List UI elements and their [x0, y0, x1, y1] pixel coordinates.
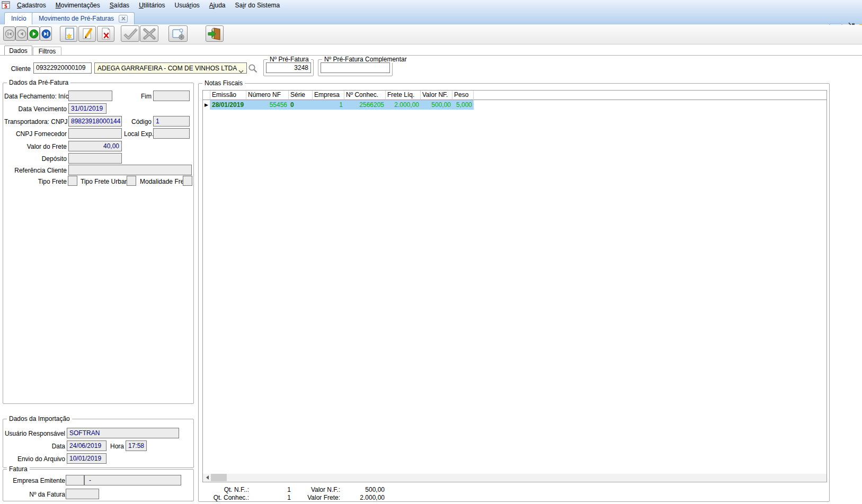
indicator-column-header: [203, 91, 210, 100]
column-header-numero-nf[interactable]: Número NF: [246, 91, 289, 100]
application-window: $ Cadastros Movimentações Saídas Utilitá…: [0, 0, 862, 504]
close-icon[interactable]: [119, 15, 128, 23]
tab-dados-label: Dados: [9, 47, 28, 55]
column-header-frete-liq[interactable]: Frete Líq.: [386, 91, 421, 100]
data-fechamento-fim-field[interactable]: [153, 91, 190, 101]
empresa-emitente-codigo-field[interactable]: [66, 475, 84, 485]
tipo-frete-urbano-field[interactable]: [127, 176, 136, 186]
numero-fatura-label: Nº da Fatura: [4, 491, 65, 498]
report-scroll-icon: [171, 27, 185, 41]
transportadora-cnpj-label: Transportadora: CNPJ: [4, 118, 67, 125]
fatura-title: Fatura: [7, 465, 30, 473]
tab-movimento-pre-faturas[interactable]: Movimento de Pré-Faturas: [32, 12, 135, 24]
cliente-combo[interactable]: ADEGA GARRAFEIRA - COM DE VINHOS LTDA: [94, 62, 247, 74]
tab-movimento-label: Movimento de Pré-Faturas: [39, 15, 114, 22]
nav-first-icon: [5, 29, 14, 39]
dados-pre-fatura-groupbox: Dados da Pré-Fatura Data Fechamento: Iní…: [3, 83, 194, 404]
pre-fatura-complementar-groupbox: Nº Pré-Fatura Complementar: [318, 59, 393, 76]
new-button[interactable]: [60, 26, 77, 42]
nav-next-button[interactable]: [28, 26, 40, 41]
nav-prior-button[interactable]: [15, 26, 28, 41]
codigo-field[interactable]: 1: [153, 116, 190, 127]
data-importacao-label: Data: [4, 443, 65, 450]
usuario-responsavel-label: Usuário Responsável: [4, 430, 65, 437]
tab-dados[interactable]: Dados: [4, 46, 32, 56]
transportadora-cnpj-field[interactable]: 89823918000144: [68, 116, 122, 127]
search-icon[interactable]: [248, 64, 257, 74]
dados-importacao-title: Dados da Importação: [7, 415, 72, 422]
horizontal-scrollbar[interactable]: [203, 474, 827, 481]
usuario-responsavel-field[interactable]: SOFTRAN: [67, 428, 179, 438]
tab-filtros-label: Filtros: [39, 48, 56, 55]
valor-frete-field[interactable]: 40,00: [68, 141, 122, 151]
local-exp-label: Local Exp.: [124, 130, 152, 138]
report-button[interactable]: [168, 25, 188, 42]
data-vencimento-label: Data Vencimento: [4, 105, 67, 113]
valor-nf-value: 500,00: [347, 486, 385, 493]
cell-valor-nf: 500,00: [421, 100, 452, 110]
envio-arquivo-field[interactable]: 10/01/2019: [67, 453, 106, 464]
header-filler: [474, 91, 827, 100]
exit-door-icon: [208, 27, 221, 41]
nav-last-button[interactable]: [40, 26, 52, 41]
cell-peso: 5,000: [452, 100, 474, 110]
valor-frete-label: Valor do Frete: [4, 143, 67, 150]
table-row[interactable]: ▶ 28/01/2019 55456 0 1 2566205 2.000,00 …: [203, 100, 827, 110]
hora-field[interactable]: 17:58: [126, 440, 147, 451]
empresa-emitente-nome-field[interactable]: -: [84, 475, 181, 485]
qt-conhec-label: Qt. Conhec.:: [204, 494, 249, 501]
data-vencimento-field[interactable]: 31/01/2019: [68, 103, 106, 114]
menu-cadastros[interactable]: Cadastros: [12, 1, 51, 10]
column-header-conhec[interactable]: Nº Conhec.: [344, 91, 386, 100]
cancel-x-icon: [142, 28, 157, 40]
column-header-serie[interactable]: Série: [289, 91, 313, 100]
column-header-valor-nf[interactable]: Valor NF.: [421, 91, 452, 100]
menu-sair[interactable]: Sair do Sistema: [230, 1, 285, 10]
pre-fatura-complementar-input[interactable]: [321, 62, 390, 73]
numero-fatura-field[interactable]: [66, 489, 99, 499]
column-header-emissao[interactable]: Emissão: [210, 91, 246, 100]
nav-first-button[interactable]: [3, 26, 15, 41]
deposito-field[interactable]: [68, 153, 122, 164]
confirm-button[interactable]: [121, 25, 139, 42]
edit-button[interactable]: [78, 26, 96, 42]
local-exp-field[interactable]: [153, 128, 190, 139]
column-header-empresa[interactable]: Empresa: [313, 91, 344, 100]
document-tab-strip: Início Movimento de Pré-Faturas: [0, 10, 862, 24]
tab-filtros[interactable]: Filtros: [33, 47, 61, 56]
exit-button[interactable]: [206, 25, 224, 42]
column-header-peso[interactable]: Peso: [452, 91, 474, 100]
cliente-cnpj-input[interactable]: 09322920000109: [33, 62, 92, 74]
notas-fiscais-grid[interactable]: Emissão Número NF Série Empresa Nº Conhe…: [202, 90, 827, 482]
data-importacao-field[interactable]: 24/06/2019: [67, 440, 106, 451]
pre-fatura-input[interactable]: 3248: [266, 62, 311, 73]
toolbar: [0, 25, 862, 44]
empresa-emitente-label: Empresa Emitente: [4, 477, 65, 484]
menu-movimentacoes[interactable]: Movimentações: [51, 1, 105, 10]
delete-document-icon: [100, 27, 112, 41]
modalidade-frete-field[interactable]: [183, 176, 192, 186]
menu-usuarios[interactable]: Usuários: [170, 1, 204, 10]
qt-nf-value: 1: [262, 486, 291, 493]
scrollbar-thumb[interactable]: [211, 474, 227, 481]
menu-ajuda[interactable]: Ajuda: [205, 1, 230, 10]
tipo-frete-field[interactable]: [68, 176, 77, 186]
data-fechamento-inicio-field[interactable]: [68, 91, 112, 101]
tipo-frete-label: Tipo Frete: [4, 178, 67, 185]
menu-bar: $ Cadastros Movimentações Saídas Utilitá…: [0, 0, 862, 10]
referencia-cliente-field[interactable]: [68, 165, 192, 175]
cliente-nome: ADEGA GARRAFEIRA - COM DE VINHOS LTDA: [97, 65, 237, 72]
pre-fatura-groupbox: Nº Pré-Fatura 3248: [263, 59, 314, 76]
scroll-left-button[interactable]: [203, 474, 211, 481]
menu-utilitarios[interactable]: Utilitários: [134, 1, 170, 10]
cancel-button[interactable]: [140, 25, 158, 42]
qt-nf-label: Qt. N.F..:: [204, 486, 249, 493]
tab-inicio[interactable]: Início: [4, 12, 33, 24]
menu-saidas[interactable]: Saídas: [105, 1, 134, 10]
cnpj-fornecedor-field[interactable]: [68, 128, 122, 139]
delete-button[interactable]: [97, 26, 114, 42]
cell-frete-liq: 2.000,00: [386, 100, 421, 110]
row-indicator-icon: ▶: [203, 100, 210, 110]
referencia-cliente-label: Referência Cliente: [4, 167, 67, 174]
svg-text:$: $: [4, 3, 7, 9]
